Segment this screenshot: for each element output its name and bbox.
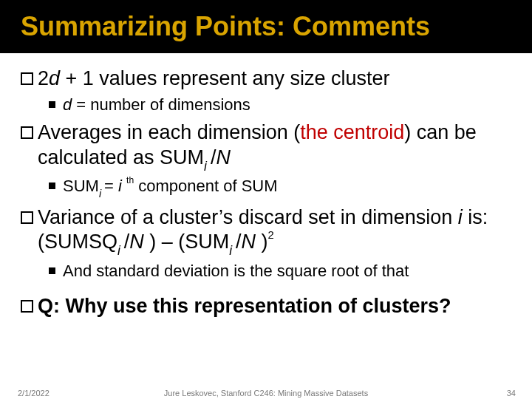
t: 2 bbox=[38, 67, 49, 89]
bullet-1-text: 2d + 1 values represent any size cluster bbox=[38, 66, 511, 92]
t: N bbox=[129, 231, 149, 253]
box-bullet-icon bbox=[21, 300, 33, 313]
t: i bbox=[204, 159, 211, 174]
footer-attribution: Jure Leskovec, Stanford C246: Mining Mas… bbox=[0, 389, 532, 398]
box-bullet-icon bbox=[21, 126, 33, 139]
title-bar: Summarizing Points: Comments bbox=[0, 0, 532, 53]
t: + 1 values represent any size cluster bbox=[60, 67, 389, 89]
t: the centroid bbox=[300, 121, 404, 143]
t: / bbox=[236, 231, 242, 253]
t: i bbox=[99, 188, 104, 200]
t: i bbox=[117, 243, 124, 258]
square-bullet-icon bbox=[49, 183, 55, 189]
bullet-1: 2d + 1 values represent any size cluster bbox=[21, 66, 511, 92]
t: i bbox=[229, 243, 236, 258]
bullet-2-sub: SUMi = i th component of SUM bbox=[21, 176, 511, 199]
t: Variance of a cluster’s discard set in d… bbox=[38, 206, 458, 228]
bullet-3-text: Variance of a cluster’s discard set in d… bbox=[38, 205, 511, 258]
bullet-4: Q: Why use this representation of cluste… bbox=[21, 294, 511, 319]
t: N bbox=[242, 231, 262, 253]
t: d bbox=[63, 95, 72, 114]
t: SUM bbox=[63, 177, 99, 195]
bullet-4-text: Q: Why use this representation of cluste… bbox=[38, 294, 511, 319]
t: Averages in each dimension ( bbox=[38, 121, 300, 143]
t: ) bbox=[262, 231, 268, 253]
t: = bbox=[104, 177, 118, 195]
t: i bbox=[118, 177, 126, 195]
t: d bbox=[49, 67, 60, 89]
bullet-2: Averages in each dimension (the centroid… bbox=[21, 120, 511, 173]
t: ) – (SUM bbox=[149, 231, 229, 253]
bullet-3: Variance of a cluster’s discard set in d… bbox=[21, 205, 511, 258]
t: Q: bbox=[38, 295, 60, 317]
bullet-1-sub-text: d = number of dimensions bbox=[63, 95, 511, 115]
t: N bbox=[216, 146, 231, 168]
t: Why use this representation of clusters? bbox=[60, 295, 451, 317]
square-bullet-icon bbox=[49, 101, 55, 108]
t: = number of dimensions bbox=[72, 95, 250, 114]
t: th bbox=[126, 175, 134, 185]
bullet-3-sub: And standard deviation is the square roo… bbox=[21, 261, 511, 282]
bullet-2-text: Averages in each dimension (the centroid… bbox=[38, 120, 511, 173]
slide-title: Summarizing Points: Comments bbox=[21, 11, 430, 42]
square-bullet-icon bbox=[49, 267, 55, 274]
t: 2 bbox=[268, 229, 274, 241]
bullet-2-sub-text: SUMi = i th component of SUM bbox=[63, 176, 511, 199]
slide-body: 2d + 1 values represent any size cluster… bbox=[0, 53, 532, 319]
footer-page-number: 34 bbox=[507, 389, 516, 398]
bullet-1-sub: d = number of dimensions bbox=[21, 95, 511, 115]
bullet-3-sub-text: And standard deviation is the square roo… bbox=[63, 261, 511, 282]
box-bullet-icon bbox=[21, 72, 33, 85]
box-bullet-icon bbox=[21, 211, 33, 224]
t: component of SUM bbox=[134, 177, 277, 195]
